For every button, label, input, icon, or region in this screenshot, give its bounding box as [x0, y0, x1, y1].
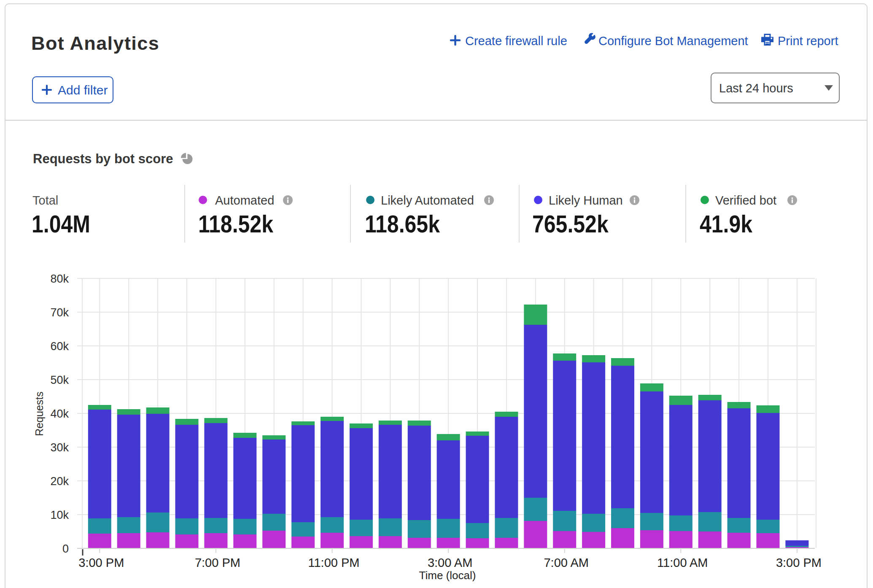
svg-text:3:00 AM: 3:00 AM — [428, 556, 472, 569]
svg-text:Requests: Requests — [33, 391, 45, 436]
svg-text:30k: 30k — [50, 441, 69, 454]
svg-text:7:00 AM: 7:00 AM — [544, 556, 588, 569]
svg-text:3:00 PM: 3:00 PM — [776, 556, 822, 569]
svg-text:7:00 PM: 7:00 PM — [195, 556, 240, 569]
svg-text:40k: 40k — [50, 407, 69, 420]
svg-text:0: 0 — [62, 542, 69, 555]
svg-text:Time (local): Time (local) — [419, 569, 476, 582]
svg-text:70k: 70k — [50, 306, 69, 319]
svg-text:60k: 60k — [50, 340, 69, 353]
svg-text:11:00 AM: 11:00 AM — [657, 556, 708, 569]
svg-text:10k: 10k — [50, 509, 69, 521]
svg-text:11:00 PM: 11:00 PM — [308, 556, 360, 569]
svg-text:50k: 50k — [50, 374, 69, 386]
svg-text:80k: 80k — [50, 272, 69, 285]
svg-text:3:00 PM: 3:00 PM — [78, 556, 124, 569]
svg-text:20k: 20k — [50, 475, 69, 488]
